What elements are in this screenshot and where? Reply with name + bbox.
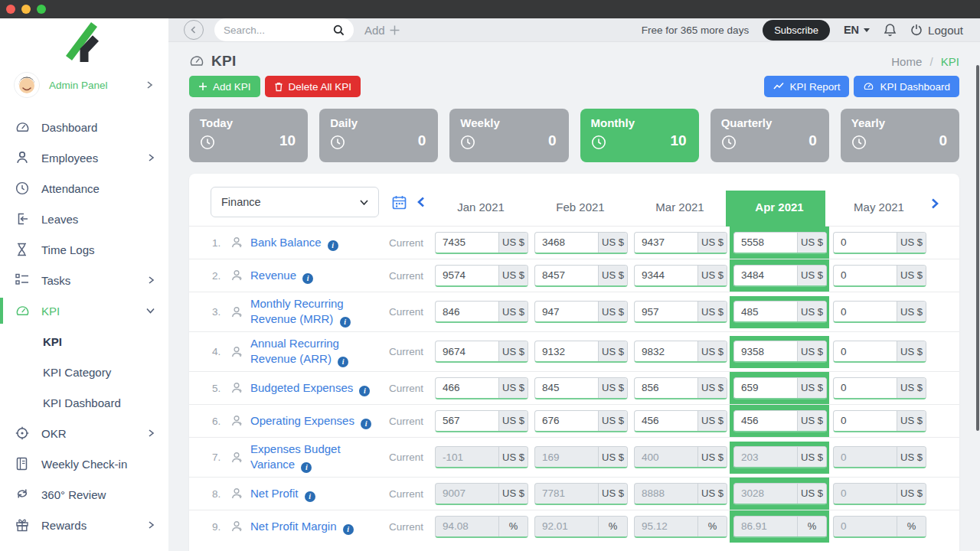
admin-panel-link[interactable]: Admin Panel [0, 66, 168, 112]
back-button[interactable] [184, 20, 204, 40]
calendar-icon[interactable] [392, 195, 407, 210]
kpi-value-input[interactable] [834, 302, 897, 321]
kpi-value-input[interactable] [734, 341, 797, 361]
chevron-down-icon [360, 200, 368, 205]
sidebar-subitem-kpi[interactable]: KPI [0, 326, 168, 357]
sidebar-subitem-kpi-dashboard[interactable]: KPI Dashboard [0, 387, 168, 418]
kpi-value-input[interactable] [834, 411, 897, 431]
add-kpi-button[interactable]: Add KPI [189, 76, 260, 97]
kpi-value-input[interactable] [535, 411, 598, 431]
kpi-value-input[interactable] [535, 233, 598, 253]
kpi-value-input[interactable] [734, 378, 797, 398]
kpi-value-input[interactable] [535, 302, 598, 321]
summary-card-today[interactable]: Today 10 [189, 109, 308, 162]
kpi-name-link[interactable]: Expenses Budget Variance i [250, 442, 382, 473]
kpi-name-link[interactable]: Monthly Recurring Revenue (MRR) i [250, 296, 382, 328]
kpi-name-link[interactable]: Revenue i [250, 268, 382, 284]
info-icon[interactable]: i [361, 419, 371, 429]
subscribe-button[interactable]: Subscribe [763, 20, 830, 41]
kpi-dashboard-button[interactable]: KPI Dashboard [854, 76, 959, 97]
kpi-value-input[interactable] [635, 266, 697, 285]
kpi-value-input[interactable] [635, 302, 697, 321]
sidebar-item-dashboard[interactable]: Dashboard [0, 112, 168, 142]
zoom-window-button[interactable] [37, 5, 46, 14]
info-icon[interactable]: i [359, 386, 370, 396]
notifications-bell-icon[interactable] [884, 23, 897, 37]
kpi-value-input[interactable] [734, 302, 797, 321]
value-cell: US $ [431, 227, 531, 259]
info-icon[interactable]: i [305, 491, 315, 502]
kpi-value-input[interactable] [535, 341, 598, 361]
kpi-value-input[interactable] [834, 266, 897, 285]
kpi-value-input[interactable] [436, 266, 498, 285]
summary-card-daily[interactable]: Daily 0 [319, 109, 438, 162]
kpi-value-input[interactable] [535, 378, 598, 398]
delete-all-kpi-button[interactable]: Delete All KPI [265, 76, 361, 97]
month-header-apr-2021[interactable]: Apr 2021 [730, 201, 829, 214]
kpi-name-link[interactable]: Operating Expenses i [250, 413, 382, 429]
kpi-value-input[interactable] [734, 411, 797, 431]
previous-month-chevron[interactable] [416, 197, 426, 207]
sidebar-item-tasks[interactable]: Tasks [0, 265, 168, 295]
sidebar-item-kpi[interactable]: KPI [0, 295, 168, 326]
summary-card-yearly[interactable]: Yearly 0 [841, 109, 959, 162]
app-logo[interactable] [0, 18, 168, 66]
sidebar-item-leaves[interactable]: Leaves [0, 204, 168, 234]
sidebar-item-360-review[interactable]: 360° Review [0, 479, 168, 510]
summary-card-quarterly[interactable]: Quarterly 0 [710, 109, 829, 162]
kpi-value-input[interactable] [436, 302, 498, 321]
search-icon[interactable] [333, 24, 345, 36]
kpi-value-input[interactable] [436, 341, 498, 361]
kpi-name-link[interactable]: Net Profit Margin i [250, 519, 382, 535]
kpi-value-input[interactable] [834, 233, 897, 253]
summary-card-monthly[interactable]: Monthly 10 [580, 109, 699, 162]
kpi-name-link[interactable]: Net Profit i [250, 486, 382, 502]
info-icon[interactable]: i [302, 273, 313, 284]
kpi-value-input[interactable] [436, 233, 498, 253]
sidebar-item-time-logs[interactable]: Time Logs [0, 234, 168, 265]
language-selector[interactable]: EN [844, 24, 870, 36]
kpi-value-input[interactable] [635, 233, 697, 253]
kpi-value-input[interactable] [436, 411, 498, 431]
kpi-value-input[interactable] [834, 341, 897, 361]
kpi-value-input[interactable] [436, 378, 498, 398]
kpi-name-link[interactable]: Budgeted Expenses i [250, 380, 382, 396]
sidebar-item-attendance[interactable]: Attendance [0, 173, 168, 204]
search-input[interactable] [224, 24, 333, 36]
kpi-name-link[interactable]: Bank Balance i [250, 235, 382, 251]
logout-button[interactable]: Logout [910, 24, 963, 37]
kpi-value-input[interactable] [535, 266, 598, 285]
info-icon[interactable]: i [301, 462, 312, 473]
minimize-window-button[interactable] [21, 5, 31, 14]
sidebar-subitem-kpi-category[interactable]: KPI Category [0, 357, 168, 387]
kpi-report-button[interactable]: KPI Report [764, 76, 849, 97]
kpi-name-link[interactable]: Annual Recurring Revenue (ARR) i [250, 336, 382, 367]
kpi-value-input[interactable] [635, 378, 697, 398]
sidebar-item-employees[interactable]: Employees [0, 142, 168, 173]
sidebar-item-rewards[interactable]: Rewards [0, 510, 168, 540]
info-icon[interactable]: i [338, 357, 348, 367]
kpi-value-input[interactable] [635, 411, 697, 431]
month-header-mar-2021[interactable]: Mar 2021 [630, 201, 730, 214]
scrollbar-thumb[interactable] [976, 65, 979, 431]
kpi-value-input [436, 517, 498, 536]
summary-card-label: Monthly [591, 116, 688, 129]
sidebar-item-okr[interactable]: OKR [0, 418, 168, 448]
close-window-button[interactable] [6, 5, 15, 14]
info-icon[interactable]: i [343, 524, 354, 535]
breadcrumb-home-link[interactable]: Home [891, 55, 922, 68]
kpi-value-input[interactable] [635, 341, 697, 361]
next-month-chevron[interactable] [930, 198, 939, 209]
quick-add-button[interactable]: Add [364, 24, 400, 37]
sidebar-item-weekly-check-in[interactable]: Weekly Check-in [0, 448, 168, 479]
kpi-value-input[interactable] [734, 233, 797, 253]
info-icon[interactable]: i [340, 317, 351, 328]
month-header-feb-2021[interactable]: Feb 2021 [531, 201, 630, 214]
month-header-jan-2021[interactable]: Jan 2021 [431, 201, 531, 214]
summary-card-weekly[interactable]: Weekly 0 [449, 109, 568, 162]
info-icon[interactable]: i [328, 240, 338, 251]
kpi-value-input[interactable] [834, 378, 897, 398]
month-header-may-2021[interactable]: May 2021 [829, 201, 929, 214]
kpi-value-input[interactable] [734, 266, 797, 285]
category-select[interactable]: Finance [211, 187, 379, 217]
